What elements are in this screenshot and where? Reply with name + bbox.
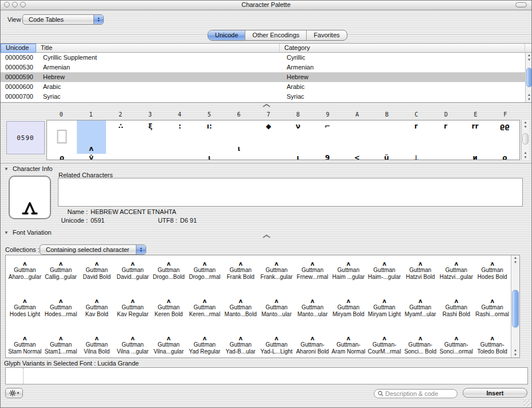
char-cell-partial-B[interactable]: ü xyxy=(372,154,402,160)
char-cell-partial-D[interactable] xyxy=(431,154,461,160)
font-item-guttman-yad-b-ular[interactable]: ʌGuttmanYad-B...ular xyxy=(222,331,259,358)
font-item-guttman-keren-rmal[interactable]: ʌGuttmanKeren...rmal xyxy=(187,294,223,331)
char-cell-0590[interactable] xyxy=(47,121,77,154)
char-cell-partial-7[interactable] xyxy=(254,154,284,160)
font-item-guttman-keren-bold[interactable]: ʌGuttmanKeren Bold xyxy=(151,294,187,331)
char-cell-partial-9[interactable]: 9 xyxy=(313,154,343,160)
char-cell-0591[interactable]: ʌ xyxy=(77,121,107,154)
font-item-guttman-miryam-bold[interactable]: ʌGuttmanMiryam Bold xyxy=(330,294,366,331)
scroll-down-icon[interactable]: ▼ xyxy=(511,260,519,265)
char-cell-059A[interactable] xyxy=(342,121,372,154)
font-item-guttman-kav-bold[interactable]: ʌGuttmanKav Bold xyxy=(79,294,115,331)
font-item-guttman-miryam-light[interactable]: ʌGuttmanMiryam Light xyxy=(366,294,402,331)
font-item-guttman-sonci-bold[interactable]: ʌGuttman-Sonci... Bold xyxy=(402,331,439,358)
char-cell-0593[interactable]: ξ xyxy=(136,121,166,154)
font-item-guttman-drogo-rmal[interactable]: ʌGuttmanDrogo...rmal xyxy=(187,257,223,294)
search-field[interactable] xyxy=(374,389,457,398)
toolbar-toggle-button[interactable] xyxy=(515,2,527,7)
scroll-down-icon[interactable]: ▼ xyxy=(522,125,529,129)
font-item-guttman-hodes-rmal[interactable]: ʌGuttmanHodes...rmal xyxy=(43,294,79,331)
font-item-guttman-frank-bold[interactable]: ʌGuttmanFrank Bold xyxy=(222,257,259,294)
char-cell-0595[interactable]: ı: xyxy=(195,121,225,154)
search-input[interactable] xyxy=(385,390,453,397)
scroll-up-icon[interactable]: ▲ xyxy=(522,120,529,125)
char-cell-partial-E[interactable]: и xyxy=(460,154,490,160)
char-cell-059E[interactable]: rr xyxy=(460,121,490,154)
char-cell-partial-8[interactable]: ι xyxy=(283,154,313,160)
table-scroll-thumb[interactable] xyxy=(526,68,532,87)
scroll-up-icon[interactable]: ▲ xyxy=(522,150,529,155)
char-cell-partial-3[interactable] xyxy=(136,154,166,160)
scroll-down-icon[interactable]: ▼ xyxy=(522,155,529,160)
font-item-guttman-sonci-ormal[interactable]: ʌGuttman-Sonci...ormal xyxy=(439,331,475,358)
table-row-syriac[interactable]: 00000700SyriacSyriac xyxy=(1,92,532,102)
font-item-guttman-courm-rmal[interactable]: ʌGuttman-CourM...rmal xyxy=(366,331,402,358)
scroll-down-icon[interactable]: ▼ xyxy=(526,57,532,62)
action-menu-button[interactable]: ▾ xyxy=(5,388,23,398)
font-item-guttman-vilna-gular[interactable]: ʌGuttmanVilna...gular xyxy=(151,331,187,358)
scroll-up-icon[interactable]: ▲ xyxy=(526,92,532,97)
font-item-guttman-haim-gular[interactable]: ʌGuttmanHaim ...gular xyxy=(330,257,366,294)
font-item-guttman-rashi-bold[interactable]: ʌGuttmanRashi Bold xyxy=(439,294,475,331)
related-characters-box[interactable] xyxy=(58,178,523,207)
collections-popup[interactable]: Containing selected character ▴▾ xyxy=(40,244,146,255)
font-item-guttman-rashi-ormal[interactable]: ʌGuttmanRashi...ormal xyxy=(474,294,510,331)
scroll-up-icon[interactable]: ▲ xyxy=(511,255,519,260)
char-cell-0597[interactable]: ◆ xyxy=(254,121,284,154)
font-variation-header[interactable]: ▼ Font Variation xyxy=(4,229,52,236)
font-item-guttman-manto-ular[interactable]: ʌGuttmanManto...ular xyxy=(295,294,331,331)
char-cell-0598[interactable]: ν xyxy=(283,121,313,154)
grid-scrollbar[interactable]: ▲ ▼ ▲ ▼ xyxy=(521,120,529,160)
char-cell-partial-6[interactable] xyxy=(224,154,254,160)
char-cell-partial-F[interactable]: ϱ xyxy=(490,154,520,160)
column-header-unicode[interactable]: Unicode xyxy=(1,44,36,53)
glyph-variant-cell[interactable] xyxy=(6,368,24,384)
tab-other-encodings[interactable]: Other Encodings xyxy=(245,30,307,40)
char-cell-0594[interactable]: : xyxy=(165,121,195,154)
font-item-guttman-yad-l-light[interactable]: ʌGuttmanYad-L...Light xyxy=(259,331,295,358)
font-item-guttman-stam-normal[interactable]: ʌGuttmanStam Normal xyxy=(7,331,43,358)
scroll-up-icon[interactable]: ▲ xyxy=(526,53,532,57)
font-list-scroll-thumb[interactable] xyxy=(512,290,519,328)
char-cell-059C[interactable]: r xyxy=(401,121,431,154)
glyph-variants-box[interactable] xyxy=(5,367,528,384)
char-cell-059F[interactable]: ϱϱ xyxy=(490,121,520,154)
table-scrollbar[interactable]: ▲ ▼ ▲ ▼ xyxy=(525,53,532,102)
char-cell-0592[interactable]: ∴ xyxy=(106,121,136,154)
font-item-guttman-stam1-rmal[interactable]: ʌGuttmanStam1...rmal xyxy=(43,331,79,358)
tab-unicode[interactable]: Unicode xyxy=(208,30,245,40)
scroll-down-icon[interactable]: ▼ xyxy=(511,352,519,357)
font-item-guttman-aram-normal[interactable]: ʌGuttman-Aram Normal xyxy=(330,331,366,358)
font-list-scrollbar[interactable]: ▲ ▼ ▲ ▼ xyxy=(511,255,519,358)
table-row-cyrillic-supplement[interactable]: 00000500Cyrillic SupplementCyrillic xyxy=(1,53,532,63)
font-item-guttman-frnew-rmal[interactable]: ʌGuttmanFrnew...rmal xyxy=(295,257,331,294)
tab-favorites[interactable]: Favorites xyxy=(307,30,346,40)
char-cell-0596[interactable]: ι xyxy=(224,121,254,154)
font-item-guttman-david-gular[interactable]: ʌGuttmanDavid...gular xyxy=(115,257,151,294)
char-cell-partial-5[interactable]: ι xyxy=(195,154,225,160)
font-item-guttman-callig-gular[interactable]: ʌGuttmanCallig...gular xyxy=(43,257,79,294)
char-cell-partial-C[interactable]: ⊥ xyxy=(401,154,431,160)
table-row-hebrew[interactable]: 00000590HebrewHebrew xyxy=(1,72,532,82)
char-cell-partial-4[interactable] xyxy=(165,154,195,160)
scroll-up-icon[interactable]: ▲ xyxy=(511,348,519,352)
char-cell-0599[interactable]: ⌐ xyxy=(313,121,343,154)
table-row-armenian[interactable]: 00000530ArmenianArmenian xyxy=(1,63,532,72)
title-bar[interactable]: Character Palette xyxy=(1,1,531,10)
scroll-down-icon[interactable]: ▼ xyxy=(526,97,532,102)
disclosure-triangle-icon[interactable]: ▼ xyxy=(4,166,9,172)
resize-grip[interactable] xyxy=(523,399,531,407)
disclosure-triangle-icon[interactable]: ▼ xyxy=(4,230,9,235)
font-item-guttman-myamf-ular[interactable]: ʌGuttmanMyamf...ular xyxy=(402,294,439,331)
grid-scroll-thumb[interactable] xyxy=(522,133,529,145)
view-popup[interactable]: Code Tables ▴▾ xyxy=(22,14,104,25)
font-item-guttman-vilna-bold[interactable]: ʌGuttmanVilna Bold xyxy=(79,331,115,358)
font-item-guttman-yad-regular[interactable]: ʌGuttmanYad Regular xyxy=(187,331,223,358)
font-item-guttman-frank-gular[interactable]: ʌGuttmanFrank...gular xyxy=(259,257,295,294)
insert-button[interactable]: Insert xyxy=(463,388,527,398)
font-item-guttman-haim-gular[interactable]: ʌGuttmanHaim-...gular xyxy=(366,257,402,294)
char-cell-partial-A[interactable]: < xyxy=(342,154,372,160)
font-item-guttman-hodes-light[interactable]: ʌGuttmanHodes Light xyxy=(7,294,43,331)
font-item-guttman-kav-regular[interactable]: ʌGuttmanKav Regular xyxy=(115,294,151,331)
font-item-guttman-toledo-bold[interactable]: ʌGuttman-Toledo Bold xyxy=(474,331,510,358)
